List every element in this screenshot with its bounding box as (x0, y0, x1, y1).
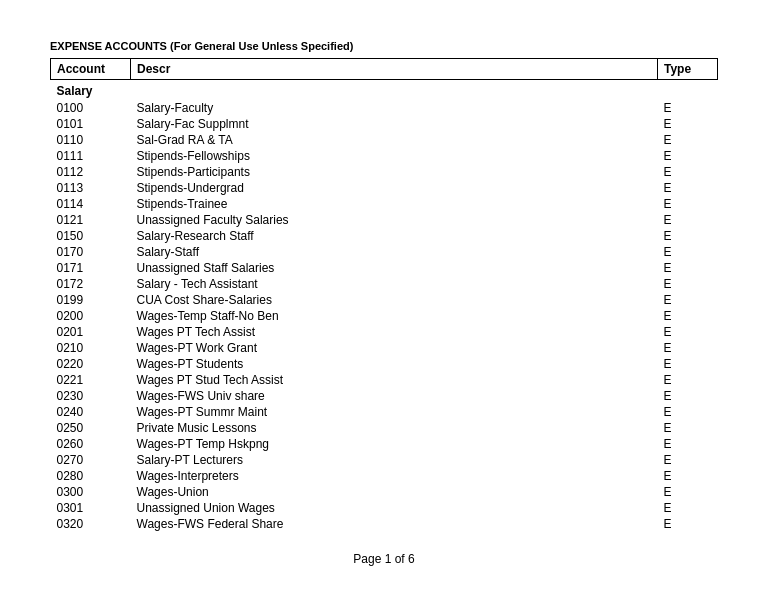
cell-account: 0121 (51, 212, 131, 228)
cell-descr: Stipends-Fellowships (131, 148, 658, 164)
cell-type: E (658, 356, 718, 372)
cell-type: E (658, 436, 718, 452)
cell-type: E (658, 164, 718, 180)
cell-descr: Wages PT Stud Tech Assist (131, 372, 658, 388)
cell-type: E (658, 228, 718, 244)
cell-type: E (658, 388, 718, 404)
table-row: 0220Wages-PT StudentsE (51, 356, 718, 372)
cell-type: E (658, 500, 718, 516)
page-footer: Page 1 of 6 (50, 552, 718, 566)
cell-type: E (658, 420, 718, 436)
page-title: EXPENSE ACCOUNTS (For General Use Unless… (50, 40, 718, 52)
cell-account: 0221 (51, 372, 131, 388)
cell-descr: Stipends-Undergrad (131, 180, 658, 196)
cell-type: E (658, 404, 718, 420)
cell-type: E (658, 468, 718, 484)
cell-account: 0210 (51, 340, 131, 356)
table-row: 0114Stipends-TraineeE (51, 196, 718, 212)
cell-account: 0171 (51, 260, 131, 276)
table-row: 0101Salary-Fac SupplmntE (51, 116, 718, 132)
cell-account: 0200 (51, 308, 131, 324)
cell-descr: Stipends-Participants (131, 164, 658, 180)
table-row: 0320Wages-FWS Federal ShareE (51, 516, 718, 532)
table-row: 0199CUA Cost Share-SalariesE (51, 292, 718, 308)
table-row: 0121Unassigned Faculty SalariesE (51, 212, 718, 228)
cell-account: 0280 (51, 468, 131, 484)
cell-account: 0260 (51, 436, 131, 452)
col-header-account: Account (51, 59, 131, 80)
table-row: 0171Unassigned Staff SalariesE (51, 260, 718, 276)
cell-descr: Wages-Union (131, 484, 658, 500)
cell-account: 0250 (51, 420, 131, 436)
col-header-type: Type (658, 59, 718, 80)
cell-descr: Unassigned Staff Salaries (131, 260, 658, 276)
cell-type: E (658, 180, 718, 196)
cell-descr: Wages-Temp Staff-No Ben (131, 308, 658, 324)
cell-account: 0100 (51, 100, 131, 116)
table-row: 0280Wages-InterpretersE (51, 468, 718, 484)
section-header-salary: Salary (51, 80, 718, 101)
table-row: 0172Salary - Tech AssistantE (51, 276, 718, 292)
cell-type: E (658, 292, 718, 308)
cell-descr: Salary-Staff (131, 244, 658, 260)
table-row: 0110Sal-Grad RA & TAE (51, 132, 718, 148)
cell-type: E (658, 100, 718, 116)
table-row: 0260Wages-PT Temp HskpngE (51, 436, 718, 452)
cell-descr: Sal-Grad RA & TA (131, 132, 658, 148)
cell-descr: Unassigned Union Wages (131, 500, 658, 516)
table-row: 0111Stipends-FellowshipsE (51, 148, 718, 164)
table-row: 0112Stipends-ParticipantsE (51, 164, 718, 180)
cell-type: E (658, 324, 718, 340)
cell-account: 0320 (51, 516, 131, 532)
table-row: 0230Wages-FWS Univ shareE (51, 388, 718, 404)
table-row: 0201Wages PT Tech AssistE (51, 324, 718, 340)
cell-descr: Salary-Fac Supplmnt (131, 116, 658, 132)
cell-descr: Wages-PT Temp Hskpng (131, 436, 658, 452)
cell-account: 0172 (51, 276, 131, 292)
cell-account: 0270 (51, 452, 131, 468)
cell-type: E (658, 260, 718, 276)
cell-account: 0110 (51, 132, 131, 148)
table-row: 0100Salary-FacultyE (51, 100, 718, 116)
col-header-descr: Descr (131, 59, 658, 80)
cell-type: E (658, 452, 718, 468)
cell-type: E (658, 340, 718, 356)
cell-account: 0230 (51, 388, 131, 404)
cell-type: E (658, 132, 718, 148)
cell-account: 0112 (51, 164, 131, 180)
cell-account: 0300 (51, 484, 131, 500)
cell-descr: Wages-PT Students (131, 356, 658, 372)
cell-type: E (658, 212, 718, 228)
cell-descr: CUA Cost Share-Salaries (131, 292, 658, 308)
cell-type: E (658, 196, 718, 212)
cell-type: E (658, 116, 718, 132)
table-row: 0270Salary-PT LecturersE (51, 452, 718, 468)
cell-account: 0113 (51, 180, 131, 196)
cell-account: 0111 (51, 148, 131, 164)
cell-account: 0240 (51, 404, 131, 420)
cell-type: E (658, 516, 718, 532)
table-row: 0200Wages-Temp Staff-No BenE (51, 308, 718, 324)
cell-account: 0220 (51, 356, 131, 372)
table-row: 0301Unassigned Union WagesE (51, 500, 718, 516)
table-row: 0300Wages-UnionE (51, 484, 718, 500)
cell-type: E (658, 276, 718, 292)
cell-type: E (658, 372, 718, 388)
cell-descr: Salary-PT Lecturers (131, 452, 658, 468)
table-row: 0240Wages-PT Summr MaintE (51, 404, 718, 420)
cell-descr: Private Music Lessons (131, 420, 658, 436)
table-row: 0170Salary-StaffE (51, 244, 718, 260)
expense-accounts-table: Account Descr Type Salary0100Salary-Facu… (50, 58, 718, 532)
cell-type: E (658, 244, 718, 260)
cell-account: 0201 (51, 324, 131, 340)
table-row: 0250Private Music LessonsE (51, 420, 718, 436)
cell-descr: Stipends-Trainee (131, 196, 658, 212)
cell-account: 0170 (51, 244, 131, 260)
cell-account: 0301 (51, 500, 131, 516)
table-row: 0210Wages-PT Work GrantE (51, 340, 718, 356)
cell-account: 0114 (51, 196, 131, 212)
table-row: 0113Stipends-UndergradE (51, 180, 718, 196)
cell-descr: Wages-Interpreters (131, 468, 658, 484)
cell-account: 0150 (51, 228, 131, 244)
cell-type: E (658, 308, 718, 324)
